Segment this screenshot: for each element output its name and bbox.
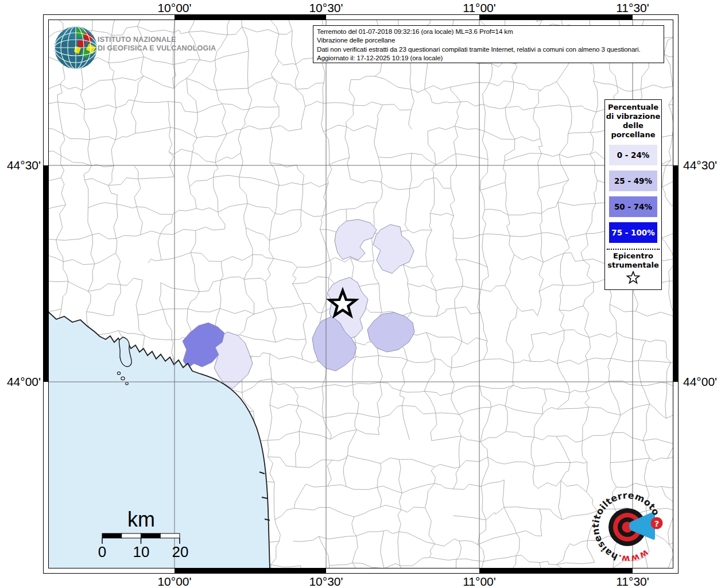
island <box>126 382 129 385</box>
legend-epicenter-line: Epicentro <box>605 252 661 261</box>
legend-title-line: di vibrazione <box>605 112 661 121</box>
axis-label-left-0: 44°30' <box>1 158 41 172</box>
ingv-logo: ISTITUTO NAZIONALE DI GEOFISICA E VULCAN… <box>53 25 203 71</box>
legend-epicenter-line: strumentale <box>605 261 661 270</box>
event-info-line: Dati non verificati estratti da 23 quest… <box>317 45 660 53</box>
event-info-box: Terremoto del 01-07-2018 09:32:16 (ora l… <box>313 25 664 63</box>
scale-unit-label: km <box>127 508 155 532</box>
legend-swatch-25-49: 25 - 49% <box>609 171 657 191</box>
scale-tick-10: 10 <box>133 543 150 561</box>
axis-label-top-3: 11°30' <box>616 1 649 15</box>
scale-tick-20: 20 <box>172 543 189 561</box>
legend-epicenter-label: Epicentro strumentale <box>605 252 661 270</box>
url-tld: .it <box>586 486 588 488</box>
legend-swatch-75-100: 75 - 100% <box>609 222 657 243</box>
site-logo-icon: ? www.haisentitoilterremoto.it <box>586 486 672 572</box>
island <box>121 377 125 380</box>
axis-label-right-1: 44°00' <box>683 375 717 389</box>
legend-swatch-50-74: 50 - 74% <box>609 196 657 217</box>
axis-label-right-0: 44°30' <box>683 158 717 172</box>
event-info-line: Vibrazione delle porcellane <box>317 36 660 44</box>
axis-label-bottom-1: 10°30' <box>309 575 343 588</box>
event-info-line: Terremoto del 01-07-2018 09:32:16 (ora l… <box>317 27 660 36</box>
axis-label-top-2: 11°00' <box>463 1 496 15</box>
ingv-logo-text: ISTITUTO NAZIONALE DI GEOFISICA E VULCAN… <box>98 36 216 53</box>
legend: Percentuale di vibrazione delle porcella… <box>604 99 662 290</box>
legend-title-line: porcellane <box>605 130 661 140</box>
ingv-logo-line: DI GEOFISICA E VULCANOLOGIA <box>98 44 216 53</box>
axis-label-bottom-3: 11°30' <box>616 575 649 588</box>
ingv-globe-icon <box>53 25 98 70</box>
question-mark: ? <box>654 519 659 528</box>
legend-title: Percentuale di vibrazione delle porcella… <box>605 103 661 140</box>
axis-label-left-1: 44°00' <box>1 375 41 389</box>
axis-label-top-1: 10°30' <box>309 1 343 15</box>
haisentitoilterremoto-logo: ? www.haisentitoilterremoto.it <box>586 486 672 572</box>
scale-tick-0: 0 <box>98 543 106 561</box>
legend-title-line: delle <box>605 121 661 130</box>
axis-label-bottom-2: 11°00' <box>463 575 496 588</box>
axis-label-top-0: 10°00' <box>157 1 191 15</box>
url-www: www. <box>617 547 651 564</box>
legend-swatch-0-24: 0 - 24% <box>609 145 657 165</box>
event-info-line: Aggiornato il: 17-12-2025 10:19 (ora loc… <box>317 53 660 62</box>
island <box>117 372 120 375</box>
legend-title-line: Percentuale <box>605 103 661 112</box>
star-icon <box>626 271 641 285</box>
axis-label-bottom-0: 10°00' <box>157 575 191 588</box>
map-page: { "frame": { "top_labels": ["10°00'", "1… <box>0 0 721 588</box>
ingv-logo-line: ISTITUTO NAZIONALE <box>98 36 216 44</box>
legend-divider <box>607 249 660 250</box>
